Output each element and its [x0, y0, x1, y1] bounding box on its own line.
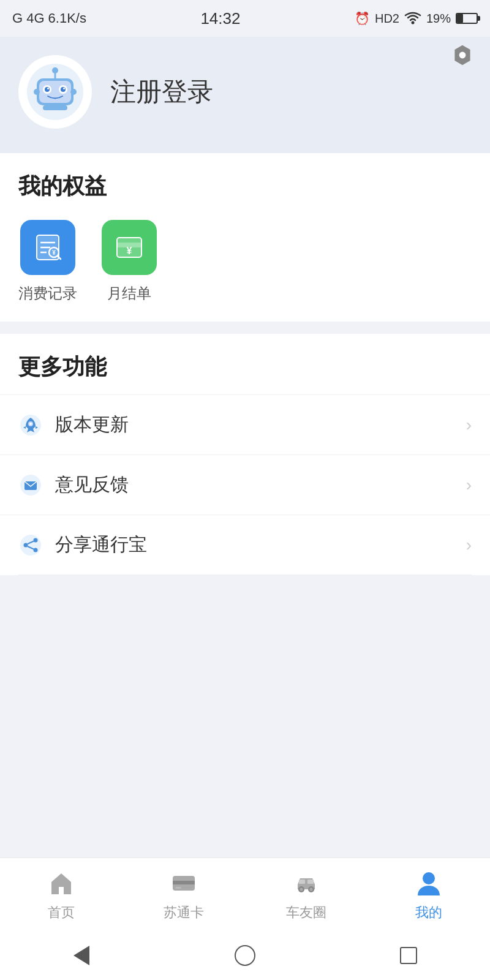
- back-triangle-icon: [74, 946, 89, 965]
- profile-header: 注册登录: [0, 37, 490, 153]
- nav-sutong[interactable]: 苏通卡: [123, 868, 245, 922]
- svg-point-35: [24, 543, 28, 547]
- more-functions-section: 更多功能 版本更新 › 意见反馈 ›: [0, 334, 490, 575]
- svg-point-15: [70, 89, 77, 95]
- share-label: 分享通行宝: [55, 532, 466, 557]
- recent-button[interactable]: [393, 940, 424, 971]
- svg-point-2: [459, 52, 466, 59]
- share-item[interactable]: 分享通行宝 ›: [0, 514, 490, 575]
- nav-car-label: 车友圈: [286, 903, 326, 922]
- svg-point-45: [310, 888, 313, 891]
- wifi-icon: [404, 12, 421, 25]
- home-circle-icon: [235, 945, 255, 966]
- system-nav-bar: [0, 931, 490, 980]
- nav-my-label: 我的: [415, 903, 442, 922]
- monthly-bill-icon-box: ¥: [102, 220, 157, 275]
- monthly-bill-label: 月结单: [107, 284, 151, 303]
- svg-point-14: [34, 89, 40, 95]
- share-icon: [18, 533, 43, 557]
- search-yen-icon: ¥: [32, 232, 64, 263]
- settings-button[interactable]: [447, 40, 478, 70]
- svg-text:¥: ¥: [52, 249, 56, 256]
- svg-point-8: [45, 87, 50, 92]
- robot-avatar-image: [24, 61, 86, 123]
- svg-point-13: [52, 67, 58, 74]
- avatar: [18, 55, 92, 129]
- svg-point-30: [29, 423, 32, 425]
- svg-rect-40: [173, 881, 195, 884]
- consumption-icon-box: ¥: [20, 220, 75, 275]
- my-benefits-title: 我的权益: [0, 153, 490, 214]
- svg-point-34: [34, 538, 38, 542]
- card-icon: [168, 868, 199, 899]
- bottom-nav: 首页 苏通卡 车友圈: [0, 858, 490, 931]
- profile-title: 注册登录: [110, 75, 213, 109]
- signal-text: G 4G: [12, 10, 45, 26]
- status-right-icons: ⏰ HD2 19%: [355, 11, 478, 26]
- bottom-divider: [18, 575, 472, 575]
- nav-sutong-label: 苏通卡: [164, 903, 204, 922]
- svg-point-10: [47, 88, 49, 89]
- home-icon: [46, 868, 77, 899]
- consumption-label: 消费记录: [18, 284, 77, 303]
- feedback-label: 意见反馈: [55, 472, 466, 497]
- version-update-label: 版本更新: [55, 412, 466, 437]
- hd2-text: HD2: [375, 12, 399, 26]
- nav-my[interactable]: 我的: [368, 868, 490, 922]
- nav-home[interactable]: 首页: [0, 868, 123, 922]
- svg-point-48: [423, 872, 435, 884]
- status-signal: G 4G 6.1K/s: [12, 10, 86, 26]
- envelope-icon: [18, 473, 43, 497]
- svg-point-11: [63, 88, 65, 89]
- version-update-arrow: ›: [466, 415, 472, 435]
- consumption-record-item[interactable]: ¥ 消费记录: [18, 220, 77, 303]
- monthly-bill-item[interactable]: ¥ 月结单: [102, 220, 157, 303]
- status-time: 14:32: [200, 9, 240, 28]
- benefits-icons: ¥ 消费记录 ¥ 月结单: [0, 214, 490, 322]
- svg-point-0: [411, 21, 414, 24]
- svg-text:¥: ¥: [127, 246, 132, 256]
- svg-point-44: [300, 888, 303, 891]
- version-update-item[interactable]: 版本更新 ›: [0, 394, 490, 454]
- person-icon: [413, 868, 444, 899]
- nav-car-friends[interactable]: 车友圈: [245, 868, 368, 922]
- svg-rect-41: [175, 887, 181, 889]
- battery-percent: 19%: [426, 12, 451, 26]
- svg-rect-16: [43, 105, 67, 110]
- svg-point-9: [61, 87, 66, 92]
- speed-text: 6.1K/s: [48, 10, 86, 26]
- svg-point-36: [34, 548, 38, 552]
- alarm-text: ⏰: [355, 11, 370, 26]
- feedback-item[interactable]: 意见反馈 ›: [0, 454, 490, 514]
- my-benefits-section: 我的权益 ¥ 消费记录: [0, 153, 490, 322]
- yen-card-icon: ¥: [113, 232, 145, 263]
- svg-rect-47: [307, 880, 314, 884]
- recent-rect-icon: [400, 947, 417, 964]
- svg-point-33: [20, 535, 41, 556]
- status-bar: G 4G 6.1K/s 14:32 ⏰ HD2 19%: [0, 0, 490, 37]
- car-icon: [291, 868, 322, 899]
- share-arrow: ›: [466, 535, 472, 555]
- home-button[interactable]: [230, 940, 260, 971]
- nav-home-label: 首页: [48, 903, 75, 922]
- svg-rect-46: [299, 880, 305, 884]
- more-functions-title: 更多功能: [0, 334, 490, 394]
- feedback-arrow: ›: [466, 475, 472, 495]
- back-button[interactable]: [66, 940, 97, 971]
- battery-icon: [456, 13, 478, 24]
- rocket-icon: [18, 413, 43, 437]
